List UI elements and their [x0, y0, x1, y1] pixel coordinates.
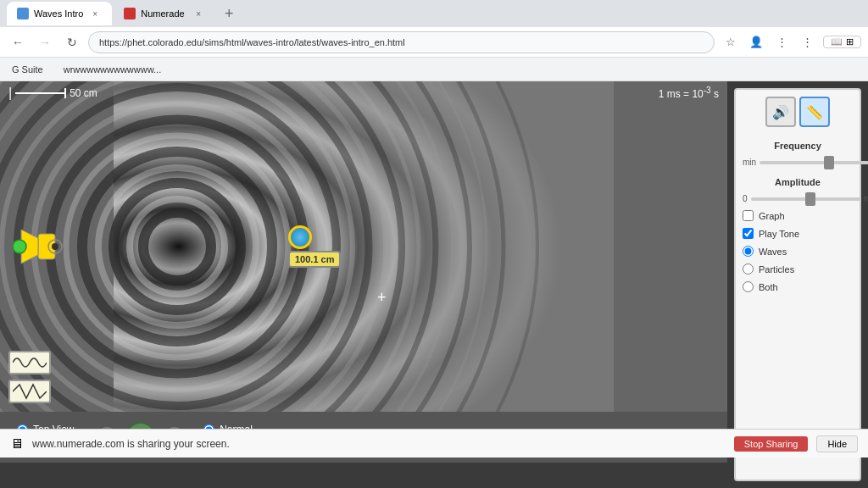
both-radio-label: Both	[759, 282, 778, 292]
particles-radio-row[interactable]: Particles	[743, 263, 853, 274]
timer-label: 1 ms = 10	[659, 88, 704, 100]
wave-svg	[0, 81, 727, 412]
browser-window: Waves Intro × Numerade × + ← → ↻ ☆ 👤 ⋮ ⋮…	[0, 0, 868, 81]
right-panel: 🔊 📏 Frequency min max Amplitude 0 max Gr…	[734, 88, 861, 481]
timer-display: 1 ms = 10-3 s	[659, 86, 719, 100]
frequency-slider[interactable]	[760, 161, 868, 164]
play-tone-checkbox[interactable]	[743, 228, 754, 239]
main-area: | 50 cm 1 ms = 10-3 s 100.1 cm +	[0, 81, 868, 488]
profile-btn[interactable]: 👤	[745, 31, 767, 53]
particles-radio-label: Particles	[759, 264, 794, 274]
waves-radio[interactable]	[743, 246, 754, 257]
panel-icon-sound[interactable]: 🔊	[765, 97, 796, 127]
both-radio[interactable]	[743, 281, 754, 292]
graph-checkbox-label: Graph	[759, 211, 785, 221]
stop-sharing-button[interactable]: Stop Sharing	[734, 436, 809, 452]
frequency-slider-row: min max	[743, 158, 853, 167]
panel-icon-measure[interactable]: 📏	[799, 97, 830, 127]
bookmarks-bar: G Suite wrwwwwwwwwwwww...	[0, 58, 868, 81]
bookmark-gsuite[interactable]: G Suite	[7, 63, 48, 76]
sine-wave-icon[interactable]	[8, 351, 51, 374]
tab-waves-intro[interactable]: Waves Intro ×	[7, 2, 112, 25]
measurement-tool[interactable]: 100.1 cm	[288, 225, 341, 268]
cursor-position[interactable]: +	[377, 289, 387, 307]
ruler: | 50 cm	[8, 86, 97, 101]
back-button[interactable]: ←	[7, 31, 29, 53]
tab-favicon-numerade	[124, 8, 136, 19]
waveform-panel	[8, 351, 51, 403]
screen-share-notification: 🖥 www.numerade.com is sharing your scree…	[0, 429, 868, 458]
both-radio-row[interactable]: Both	[743, 281, 853, 292]
triangle-wave-icon[interactable]	[8, 380, 51, 403]
panel-mode-icons: 🔊 📏	[743, 97, 853, 127]
play-tone-checkbox-label: Play Tone	[759, 229, 799, 239]
speaker-area	[13, 213, 81, 280]
forward-button[interactable]: →	[34, 31, 56, 53]
amp-max-label: max	[864, 194, 868, 203]
measurement-circle[interactable]	[288, 225, 312, 249]
waves-radio-row[interactable]: Waves	[743, 246, 853, 257]
frequency-label: Frequency	[743, 141, 853, 151]
svg-point-26	[13, 240, 26, 253]
timer-exp: -3	[704, 86, 711, 95]
measurement-badge: 100.1 cm	[288, 251, 341, 268]
bookmark-btn[interactable]: ☆	[720, 31, 742, 53]
tab-numerade[interactable]: Numerade ×	[114, 2, 215, 25]
waves-radio-label: Waves	[759, 247, 787, 257]
wave-canvas-area[interactable]: | 50 cm 1 ms = 10-3 s 100.1 cm +	[0, 81, 727, 412]
svg-point-25	[52, 243, 58, 250]
reading-list-btn[interactable]: 📖 ⊞	[823, 36, 861, 48]
amplitude-slider-row: 0 max	[743, 194, 853, 203]
url-field[interactable]	[88, 31, 715, 53]
amplitude-label: Amplitude	[743, 177, 853, 187]
bookmark-other[interactable]: wrwwwwwwwwwwww...	[58, 63, 167, 76]
tab-label-waves: Waves Intro	[34, 8, 83, 19]
hide-notification-button[interactable]: Hide	[816, 435, 858, 452]
freq-min-label: min	[743, 158, 756, 167]
new-tab-button[interactable]: +	[217, 2, 241, 25]
timer-unit: s	[714, 88, 719, 100]
tab-close-waves[interactable]: ×	[88, 7, 102, 20]
sim-wrapper: | 50 cm 1 ms = 10-3 s 100.1 cm +	[0, 81, 727, 488]
address-bar: ← → ↻ ☆ 👤 ⋮ ⋮ 📖 ⊞	[0, 27, 868, 58]
screen-share-icon: 🖥	[10, 436, 24, 452]
speaker-icon	[13, 213, 81, 280]
tab-close-numerade[interactable]: ×	[192, 7, 205, 20]
bookmark-gsuite-label: G Suite	[12, 64, 43, 75]
tab-bar: Waves Intro × Numerade × +	[0, 0, 868, 27]
ruler-left-tick: |	[8, 86, 12, 101]
graph-checkbox-row[interactable]: Graph	[743, 210, 853, 221]
ruler-label: 50 cm	[70, 87, 97, 99]
graph-checkbox[interactable]	[743, 210, 754, 221]
particles-radio[interactable]	[743, 263, 754, 274]
ruler-line	[15, 92, 66, 94]
play-tone-checkbox-row[interactable]: Play Tone	[743, 228, 853, 239]
browser-actions: ☆ 👤 ⋮ ⋮	[720, 31, 818, 53]
bookmark-other-label: wrwwwwwwwwwwww...	[64, 64, 162, 75]
extensions-btn[interactable]: ⋮	[771, 31, 793, 53]
tab-label-numerade: Numerade	[141, 8, 186, 19]
refresh-button[interactable]: ↻	[61, 31, 83, 53]
amplitude-slider[interactable]	[751, 197, 860, 201]
notification-text: www.numerade.com is sharing your screen.	[32, 438, 726, 450]
tab-favicon-waves	[17, 8, 29, 19]
amp-min-label: 0	[743, 194, 748, 203]
more-btn[interactable]: ⋮	[796, 31, 818, 53]
